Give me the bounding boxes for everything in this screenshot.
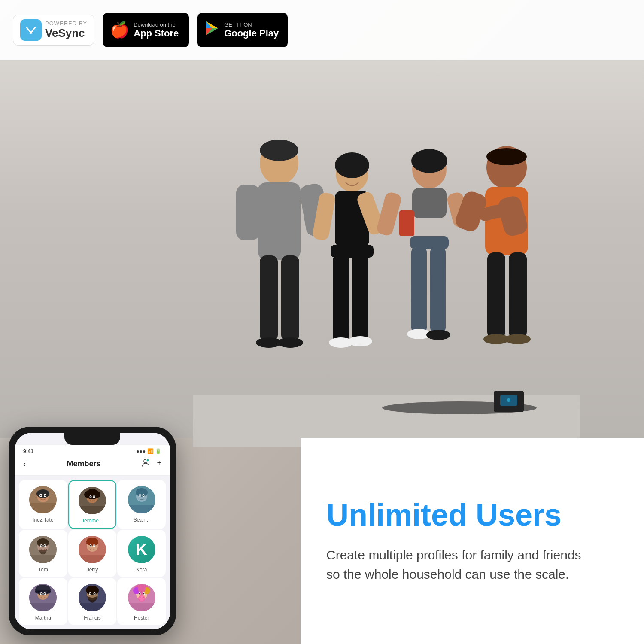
people-photo [129, 56, 644, 447]
avatar-tom [29, 536, 57, 563]
bottom-content-section: Unlimited Users Create multiple profiles… [301, 438, 644, 644]
svg-rect-7 [236, 185, 260, 240]
get-it-on-text: GET IT ON [224, 21, 279, 28]
svg-point-34 [426, 330, 450, 340]
svg-point-68 [90, 496, 91, 498]
svg-rect-26 [412, 188, 447, 218]
svg-point-58 [45, 495, 46, 496]
avatar-jerry [79, 536, 106, 563]
apple-icon: 🍎 [110, 21, 129, 39]
svg-rect-98 [35, 590, 51, 593]
app-store-badge[interactable]: 🍎 Download on the App Store [103, 13, 189, 47]
avatar-hester [128, 584, 155, 611]
svg-point-84 [41, 545, 42, 547]
svg-rect-103 [29, 603, 57, 611]
svg-point-4 [507, 398, 510, 402]
svg-point-43 [505, 334, 531, 344]
powered-by-text: POWERED BY [45, 20, 87, 27]
member-name-sean: Sean... [134, 517, 150, 523]
member-name-francis: Francis [84, 615, 100, 621]
member-name-inez: Inez Tate [33, 517, 53, 523]
member-name-jerome: Jerome... [82, 518, 103, 524]
avatar-kora: K [128, 536, 155, 563]
phone-mockup: 9:41 ●●● 📶 🔋 ‹ Members + [0, 418, 185, 644]
svg-point-110 [94, 593, 95, 595]
svg-rect-94 [79, 555, 106, 563]
svg-point-93 [93, 545, 94, 547]
avatar-inez [29, 486, 57, 513]
status-bar: 9:41 ●●● 📶 🔋 [15, 445, 170, 454]
svg-rect-31 [376, 191, 403, 237]
person-icon[interactable] [141, 459, 150, 469]
svg-point-25 [411, 149, 447, 173]
add-icon[interactable]: + [157, 459, 161, 469]
member-card-kora[interactable]: K Kora [117, 530, 166, 577]
svg-rect-40 [487, 252, 505, 338]
svg-point-77 [143, 495, 144, 496]
svg-point-117 [138, 585, 146, 593]
google-play-name: Google Play [224, 28, 279, 39]
svg-point-36 [486, 148, 527, 165]
svg-point-109 [89, 593, 91, 595]
svg-rect-70 [79, 506, 106, 514]
svg-point-121 [143, 593, 144, 595]
svg-rect-78 [128, 505, 155, 513]
time-display: 9:41 [23, 448, 33, 454]
svg-point-51 [146, 459, 149, 462]
signal-display: ●●● 📶 🔋 [137, 448, 161, 454]
svg-rect-86 [29, 555, 57, 563]
screen-title: Members [67, 459, 101, 468]
svg-point-45 [30, 31, 32, 34]
google-play-icon [204, 21, 220, 40]
avatar-martha [29, 584, 57, 611]
svg-point-76 [139, 495, 140, 496]
member-card-hester[interactable]: Hester [117, 578, 166, 625]
back-button[interactable]: ‹ [23, 459, 26, 469]
avatar-sean [128, 486, 155, 513]
member-card-sean[interactable]: Sean... [117, 480, 166, 529]
member-card-jerry[interactable]: Jerry [68, 530, 117, 577]
member-name-jerry: Jerry [87, 567, 98, 573]
avatar-jerome [79, 487, 106, 514]
app-navigation-bar: ‹ Members + [15, 454, 170, 476]
svg-rect-30 [399, 210, 414, 236]
svg-point-13 [260, 140, 298, 161]
google-play-badge[interactable]: GET IT ON Google Play [197, 13, 288, 47]
svg-point-54 [36, 489, 49, 498]
svg-rect-10 [281, 255, 299, 341]
member-card-inez[interactable]: Inez Tate [19, 480, 67, 529]
svg-point-57 [40, 495, 42, 496]
header-bar: POWERED BY VeSync 🍎 Download on the App … [0, 0, 644, 60]
svg-point-81 [37, 538, 49, 547]
svg-point-65 [89, 490, 96, 497]
svg-rect-28 [411, 247, 427, 333]
app-store-name: App Store [134, 28, 179, 39]
member-card-francis[interactable]: Francis [68, 578, 117, 625]
svg-rect-6 [258, 182, 301, 260]
member-name-martha: Martha [35, 615, 51, 621]
member-name-kora: Kora [136, 567, 147, 573]
vesync-brand-name: VeSync [45, 27, 87, 40]
svg-rect-44 [24, 23, 38, 37]
avatar-francis [79, 584, 106, 611]
svg-point-123 [139, 596, 144, 601]
member-card-tom[interactable]: Tom [19, 530, 67, 577]
svg-point-106 [86, 586, 99, 595]
header-icons: + [141, 459, 161, 469]
svg-point-73 [136, 488, 148, 497]
phone-notch [64, 433, 120, 445]
members-grid: Inez Tate [15, 476, 170, 629]
download-on-text: Download on the [134, 21, 179, 28]
member-card-martha[interactable]: Martha [19, 578, 67, 625]
member-card-jerome[interactable]: Jerome... [68, 480, 117, 529]
svg-rect-41 [509, 252, 527, 338]
svg-point-85 [44, 545, 46, 547]
svg-point-12 [277, 337, 303, 348]
svg-point-102 [44, 593, 46, 595]
svg-rect-20 [333, 255, 349, 341]
unlimited-users-title: Unlimited Users [326, 498, 618, 532]
svg-rect-59 [29, 503, 57, 513]
svg-point-101 [41, 593, 42, 595]
member-name-tom: Tom [38, 567, 48, 573]
vesync-logo: POWERED BY VeSync [13, 15, 94, 46]
